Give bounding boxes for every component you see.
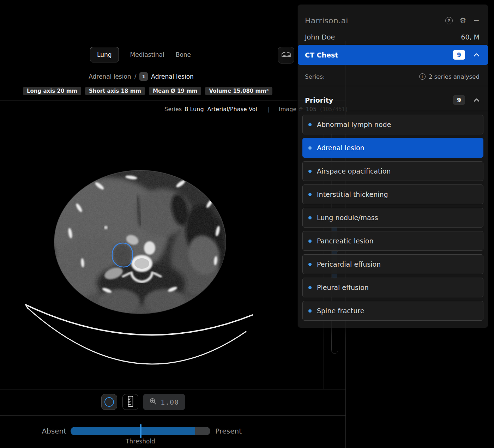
finding-item-adrenal-lesion[interactable]: Adrenal lesion [302,138,483,158]
finding-label: Pericardial effusion [317,260,381,268]
settings-gear-icon[interactable]: ⚙ [460,17,466,24]
series-bar-divider: | [268,106,270,113]
finding-label: Lung nodule/mass [317,214,378,222]
zoom-level-value: 1.00 [161,398,179,406]
finding-dot-icon [308,123,312,126]
finding-dot-icon [308,216,312,219]
finding-label: Pancreatic lesion [317,237,374,245]
tab-bone[interactable]: Bone [176,51,191,58]
finding-dot-icon [308,170,312,173]
chevron-up-icon[interactable] [474,97,480,103]
finding-dot-icon [308,240,312,243]
help-icon[interactable]: ? [445,17,453,24]
patient-demographics: 60, M [461,33,480,41]
measurement-tool-button[interactable] [278,47,294,63]
finding-dot-icon [308,286,312,289]
breadcrumb-separator: / [134,73,137,80]
finding-label: Airspace opacification [317,167,391,175]
series-summary-label: Series: [305,73,325,80]
finding-item-abnormal-lymph-node[interactable]: Abnormal lymph node [302,115,483,134]
chip-long-axis: Long axis 20 mm [23,87,81,95]
breadcrumb-current: Adrenal lesion [151,73,193,80]
harrison-panel: Harrison.ai ? ⚙ − John Doe 60, M CT Ches… [297,4,488,328]
patient-name: John Doe [305,33,335,41]
finding-item-airspace-opacification[interactable]: Airspace opacification [302,161,483,181]
priority-count-badge: 9 [453,95,465,105]
threshold-caption: Threshold [71,438,210,445]
ruler-tool-button[interactable] [122,394,138,410]
finding-dot-icon [308,309,312,313]
study-header[interactable]: CT Chest 9 [298,45,488,65]
series-label: Series [164,106,182,113]
chip-volume: Volume 15,080 mm³ [205,87,272,95]
finding-label: Spine fracture [317,307,364,315]
app-root: Lung Mediastinal Bone Adrenal lesion / 1… [0,0,494,448]
finding-item-lung-nodule-mass[interactable]: Lung nodule/mass [302,208,483,228]
chevron-up-icon[interactable] [474,52,480,58]
finding-label: Pleural effusion [317,284,369,291]
window-tab-bar: Lung Mediastinal Bone [0,41,297,68]
threshold-present-label: Present [215,427,242,435]
finding-dot-icon [308,193,312,196]
patient-row: John Doe 60, M [305,32,480,42]
study-count-badge: 9 [453,50,465,60]
finding-label: Adrenal lesion [317,144,365,152]
finding-item-pancreatic-lesion[interactable]: Pancreatic lesion [302,231,483,251]
finding-label: Interstitial thickening [317,190,388,198]
divider [0,68,345,68]
brand-logo: Harrison.ai [305,16,348,25]
panel-header: Harrison.ai ? ⚙ − [305,13,480,28]
ct-image [0,117,324,389]
priority-header[interactable]: Priority 9 [298,89,488,111]
finding-item-spine-fracture[interactable]: Spine fracture [302,301,483,321]
finding-item-pericardial-effusion[interactable]: Pericardial effusion [302,254,483,274]
ruler-icon [128,396,133,408]
magnifier-plus-icon [149,398,157,407]
series-number: 8 Lung [185,106,204,113]
minimize-icon[interactable]: − [473,17,480,24]
series-analysed-text: 2 series analysed [429,73,480,80]
finding-item-interstitial-thickening[interactable]: Interstitial thickening [302,184,483,204]
zoom-level-control[interactable]: 1.00 [143,394,185,410]
chip-mean-diameter: Mean Ø 19 mm [149,87,201,95]
divider [0,415,345,416]
finding-item-pleural-effusion[interactable]: Pleural effusion [302,278,483,297]
series-summary-row: Series: i 2 series analysed [298,67,488,86]
findings-list: Abnormal lymph node Adrenal lesion Airsp… [302,115,483,324]
finding-label: Abnormal lymph node [317,121,391,128]
chip-short-axis: Short axis 18 mm [85,87,145,95]
breadcrumb: Adrenal lesion / 1 Adrenal lesion [0,72,282,81]
ct-image-viewport[interactable] [0,117,324,389]
finding-dot-icon [308,146,312,150]
circle-tool-icon [104,397,114,407]
lesion-index-badge: 1 [139,72,148,81]
info-icon: i [419,73,426,80]
measurement-chips: Long axis 20 mm Short axis 18 mm Mean Ø … [23,87,272,95]
series-description: Arterial/Phase Vol [207,106,257,113]
study-title: CT Chest [305,51,453,59]
priority-title: Priority [305,96,453,104]
threshold-fill [71,427,195,435]
threshold-marker[interactable] [140,424,141,438]
caliper-icon [281,51,291,60]
divider [0,389,345,389]
tab-lung[interactable]: Lung [90,47,119,62]
threshold-absent-label: Absent [0,427,66,435]
tab-mediastinal[interactable]: Mediastinal [130,51,164,58]
breadcrumb-parent[interactable]: Adrenal lesion [89,73,131,80]
finding-dot-icon [308,263,312,266]
ellipse-tool-button[interactable] [101,394,117,410]
